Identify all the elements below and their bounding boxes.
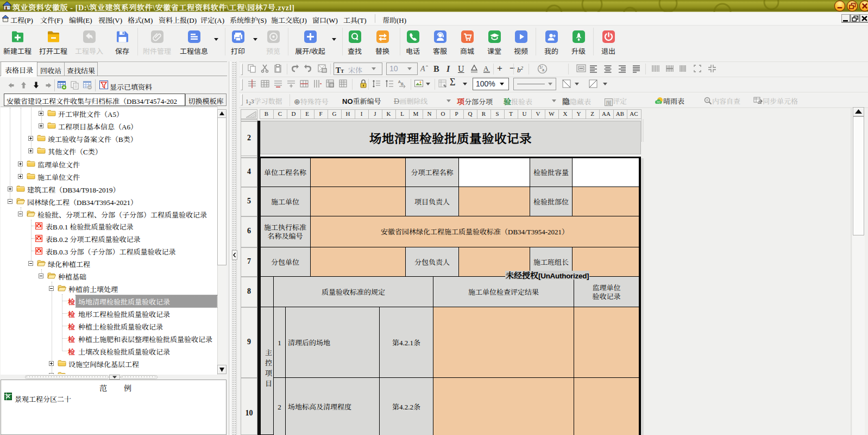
svg-text:7C: 7C — [657, 101, 661, 104]
svg-text:A: A — [483, 64, 489, 72]
svg-text:a: a — [542, 68, 544, 72]
svg-text:B: B — [401, 82, 404, 86]
svg-text:A: A — [420, 65, 425, 73]
